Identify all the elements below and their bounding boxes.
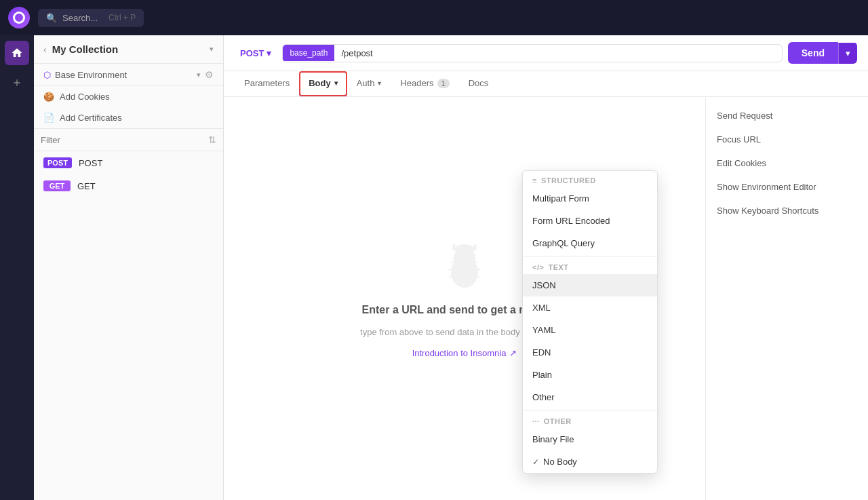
env-label: Base Environment	[55, 70, 193, 80]
text-label: TEXT	[548, 263, 568, 271]
top-bar: 🔍 Search... Ctrl + P	[0, 0, 868, 35]
icon-bar	[0, 35, 34, 500]
search-placeholder: Search...	[62, 13, 98, 23]
dropdown-yaml[interactable]: YAML	[523, 319, 657, 341]
text-section-label: </> TEXT	[523, 258, 657, 274]
search-shortcut: Ctrl + P	[108, 13, 136, 22]
plus-icon	[12, 77, 22, 88]
add-cookies-label: Add Cookies	[60, 92, 110, 102]
text-icon: </>	[532, 263, 544, 271]
intro-link[interactable]: Introduction to Insomnia ↗	[412, 348, 517, 358]
dropdown-form-url-encoded[interactable]: Form URL Encoded	[523, 210, 657, 232]
method-label: POST	[240, 48, 264, 58]
external-link-icon: ↗	[509, 348, 517, 358]
intro-link-text: Introduction to Insomnia	[412, 348, 507, 358]
headers-badge: 1	[437, 79, 450, 88]
tab-docs-label: Docs	[469, 78, 489, 88]
check-mark-icon: ✓	[532, 457, 539, 467]
get-badge: GET	[43, 180, 71, 191]
home-icon	[11, 47, 23, 59]
env-icon: ⬡	[43, 70, 51, 80]
svg-rect-5	[474, 269, 481, 270]
shortcut-show-env-editor[interactable]: Show Environment Editor	[717, 182, 857, 192]
add-button[interactable]	[5, 71, 29, 95]
add-certificates-label: Add Certificates	[60, 113, 122, 123]
svg-rect-3	[473, 262, 478, 263]
add-cookies-item[interactable]: 🍪 Add Cookies	[34, 86, 223, 107]
method-select[interactable]: POST ▾	[235, 45, 277, 61]
divider-2	[523, 410, 657, 410]
svg-rect-6	[450, 275, 455, 277]
filter-input[interactable]	[41, 135, 204, 145]
main-content: POST ▾ base_path /petpost Send ▾ Paramet…	[224, 35, 868, 500]
svg-rect-9	[452, 244, 455, 251]
tab-parameters[interactable]: Parameters	[235, 71, 299, 96]
tab-headers-label: Headers	[400, 78, 433, 88]
tab-auth[interactable]: Auth ▾	[347, 71, 391, 96]
search-bar[interactable]: 🔍 Search... Ctrl + P	[38, 9, 144, 27]
certificate-icon: 📄	[43, 113, 54, 123]
tab-body[interactable]: Body ▾	[299, 71, 347, 96]
tab-headers[interactable]: Headers 1	[391, 71, 458, 96]
dropdown-no-body[interactable]: ✓ No Body	[523, 450, 657, 473]
app-logo-inner	[13, 12, 25, 24]
dropdown-json[interactable]: JSON	[523, 274, 657, 296]
shortcut-focus-url[interactable]: Focus URL	[717, 134, 857, 145]
content-area: Enter a URL and send to get a response t…	[224, 97, 868, 500]
tab-auth-label: Auth	[357, 78, 375, 88]
send-dropdown-button[interactable]: ▾	[838, 43, 857, 64]
gear-icon[interactable]: ⚙	[205, 69, 214, 80]
sidebar-back-button[interactable]: ‹	[43, 44, 47, 55]
cookie-icon: 🍪	[43, 92, 54, 102]
structured-icon: ≡	[532, 176, 537, 185]
structured-label: STRUCTURED	[541, 176, 596, 185]
no-body-label: No Body	[543, 457, 577, 467]
other-section-label: ··· OTHER	[523, 412, 657, 428]
url-input-area[interactable]: base_path /petpost	[282, 44, 782, 62]
dropdown-multipart-form[interactable]: Multipart Form	[523, 187, 657, 210]
request-name: GET	[77, 181, 96, 191]
sidebar-header: ‹ My Collection ▾	[34, 35, 223, 64]
svg-rect-2	[451, 262, 456, 263]
url-path: /petpost	[334, 45, 781, 62]
send-button[interactable]: Send	[788, 42, 838, 64]
tab-docs[interactable]: Docs	[459, 71, 498, 96]
tab-auth-arrow: ▾	[378, 79, 381, 87]
tab-body-arrow: ▾	[334, 79, 338, 87]
other-label: OTHER	[544, 417, 572, 425]
dropdown-other[interactable]: Other	[523, 386, 657, 408]
filter-row: ⇅	[34, 128, 223, 151]
shortcuts-panel: Send Request Focus URL Edit Cookies Show…	[705, 97, 868, 500]
send-btn-group: Send ▾	[788, 42, 857, 64]
shortcut-send-request[interactable]: Send Request	[717, 111, 857, 121]
svg-rect-7	[474, 275, 479, 277]
dropdown-binary-file[interactable]: Binary File	[523, 428, 657, 450]
list-item[interactable]: POST POST	[34, 151, 223, 174]
env-arrow[interactable]: ▾	[197, 71, 201, 79]
dropdown-edn[interactable]: EDN	[523, 341, 657, 364]
dropdown-plain[interactable]: Plain	[523, 364, 657, 386]
app-logo	[8, 7, 30, 28]
svg-point-8	[455, 244, 475, 255]
shortcut-edit-cookies[interactable]: Edit Cookies	[717, 158, 857, 168]
main-layout: ‹ My Collection ▾ ⬡ Base Environment ▾ ⚙…	[0, 35, 868, 500]
sort-icon[interactable]: ⇅	[208, 134, 216, 145]
divider-1	[523, 256, 657, 256]
dropdown-xml[interactable]: XML	[523, 296, 657, 319]
tab-parameters-label: Parameters	[244, 78, 290, 88]
post-badge: POST	[43, 157, 72, 168]
tab-body-label: Body	[309, 78, 331, 88]
svg-rect-4	[448, 269, 455, 270]
shortcut-show-keyboard-shortcuts[interactable]: Show Keyboard Shortcuts	[717, 206, 857, 216]
body-dropdown-menu: ≡ STRUCTURED Multipart Form Form URL Enc…	[522, 170, 658, 474]
add-certificates-item[interactable]: 📄 Add Certificates	[34, 107, 223, 128]
list-item[interactable]: GET GET	[34, 174, 223, 197]
request-name: POST	[79, 158, 102, 168]
env-row: ⬡ Base Environment ▾ ⚙	[34, 64, 223, 86]
method-arrow: ▾	[267, 48, 271, 58]
base-path-badge: base_path	[283, 45, 334, 61]
sidebar: ‹ My Collection ▾ ⬡ Base Environment ▾ ⚙…	[34, 35, 224, 500]
collection-arrow[interactable]: ▾	[210, 45, 214, 54]
home-button[interactable]	[5, 41, 29, 65]
dropdown-graphql-query[interactable]: GraphQL Query	[523, 232, 657, 254]
